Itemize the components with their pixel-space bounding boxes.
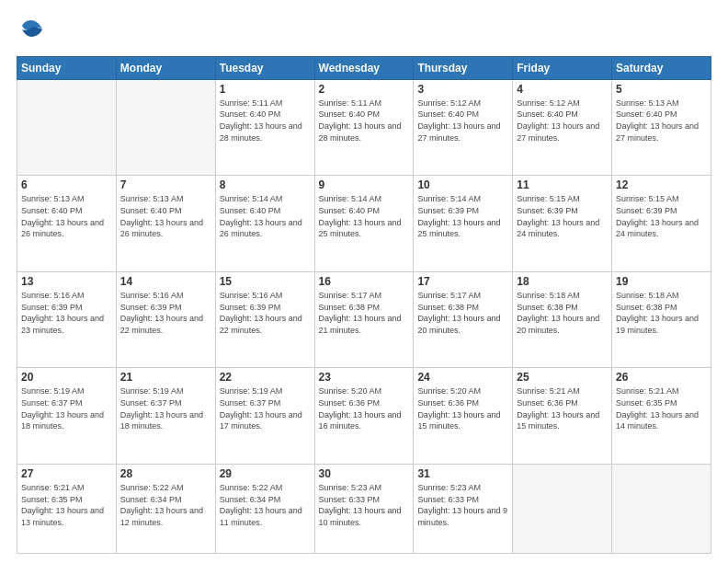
day-info: Sunrise: 5:20 AMSunset: 6:36 PMDaylight:… xyxy=(319,385,410,431)
day-info: Sunrise: 5:11 AMSunset: 6:40 PMDaylight:… xyxy=(220,98,311,144)
day-info: Sunrise: 5:15 AMSunset: 6:39 PMDaylight:… xyxy=(616,193,707,239)
calendar-cell: 2Sunrise: 5:11 AMSunset: 6:40 PMDaylight… xyxy=(314,79,414,176)
day-info: Sunrise: 5:19 AMSunset: 6:37 PMDaylight:… xyxy=(120,385,211,431)
calendar-cell: 23Sunrise: 5:20 AMSunset: 6:36 PMDayligh… xyxy=(314,368,414,465)
weekday-header-wednesday: Wednesday xyxy=(314,56,414,79)
day-number: 4 xyxy=(517,83,608,96)
calendar-cell: 13Sunrise: 5:16 AMSunset: 6:39 PMDayligh… xyxy=(17,271,117,368)
day-info: Sunrise: 5:23 AMSunset: 6:33 PMDaylight:… xyxy=(417,482,508,528)
calendar-cell: 17Sunrise: 5:17 AMSunset: 6:38 PMDayligh… xyxy=(414,271,513,368)
day-number: 20 xyxy=(21,371,112,384)
calendar-cell: 15Sunrise: 5:16 AMSunset: 6:39 PMDayligh… xyxy=(215,271,314,368)
day-number: 30 xyxy=(319,467,410,480)
calendar-cell: 6Sunrise: 5:13 AMSunset: 6:40 PMDaylight… xyxy=(17,176,117,272)
day-info: Sunrise: 5:14 AMSunset: 6:39 PMDaylight:… xyxy=(417,193,508,239)
day-number: 5 xyxy=(616,83,707,96)
calendar-cell: 11Sunrise: 5:15 AMSunset: 6:39 PMDayligh… xyxy=(513,176,612,272)
calendar-cell: 4Sunrise: 5:12 AMSunset: 6:40 PMDaylight… xyxy=(513,79,612,176)
calendar-cell: 3Sunrise: 5:12 AMSunset: 6:40 PMDaylight… xyxy=(414,79,513,176)
calendar-cell: 29Sunrise: 5:22 AMSunset: 6:34 PMDayligh… xyxy=(215,465,314,554)
day-info: Sunrise: 5:16 AMSunset: 6:39 PMDaylight:… xyxy=(21,290,112,336)
day-number: 9 xyxy=(319,178,410,191)
header xyxy=(17,17,711,47)
day-info: Sunrise: 5:12 AMSunset: 6:40 PMDaylight:… xyxy=(417,98,508,144)
day-number: 6 xyxy=(21,178,112,191)
day-number: 24 xyxy=(417,371,508,384)
day-number: 15 xyxy=(220,275,311,288)
day-number: 19 xyxy=(616,275,707,288)
calendar-cell: 9Sunrise: 5:14 AMSunset: 6:40 PMDaylight… xyxy=(314,176,414,272)
calendar-cell: 5Sunrise: 5:13 AMSunset: 6:40 PMDaylight… xyxy=(612,79,711,176)
day-number: 17 xyxy=(417,275,508,288)
calendar-cell: 26Sunrise: 5:21 AMSunset: 6:35 PMDayligh… xyxy=(612,368,711,465)
page: SundayMondayTuesdayWednesdayThursdayFrid… xyxy=(0,0,728,563)
day-number: 21 xyxy=(120,371,211,384)
day-info: Sunrise: 5:16 AMSunset: 6:39 PMDaylight:… xyxy=(220,290,311,336)
logo-text xyxy=(17,17,44,47)
day-number: 13 xyxy=(21,275,112,288)
week-row-1: 1Sunrise: 5:11 AMSunset: 6:40 PMDaylight… xyxy=(17,79,711,176)
weekday-header-row: SundayMondayTuesdayWednesdayThursdayFrid… xyxy=(17,56,711,79)
calendar-cell: 8Sunrise: 5:14 AMSunset: 6:40 PMDaylight… xyxy=(215,176,314,272)
calendar-table: SundayMondayTuesdayWednesdayThursdayFrid… xyxy=(17,56,711,554)
calendar-cell: 12Sunrise: 5:15 AMSunset: 6:39 PMDayligh… xyxy=(612,176,711,272)
day-info: Sunrise: 5:22 AMSunset: 6:34 PMDaylight:… xyxy=(120,482,211,528)
day-info: Sunrise: 5:21 AMSunset: 6:35 PMDaylight:… xyxy=(21,482,112,528)
calendar-cell: 19Sunrise: 5:18 AMSunset: 6:38 PMDayligh… xyxy=(612,271,711,368)
day-number: 23 xyxy=(319,371,410,384)
day-number: 8 xyxy=(220,178,311,191)
day-info: Sunrise: 5:14 AMSunset: 6:40 PMDaylight:… xyxy=(319,193,410,239)
week-row-5: 27Sunrise: 5:21 AMSunset: 6:35 PMDayligh… xyxy=(17,465,711,554)
calendar-cell: 7Sunrise: 5:13 AMSunset: 6:40 PMDaylight… xyxy=(116,176,215,272)
logo-bird-icon xyxy=(18,17,44,42)
day-info: Sunrise: 5:18 AMSunset: 6:38 PMDaylight:… xyxy=(616,290,707,336)
calendar-cell xyxy=(116,79,215,176)
day-number: 1 xyxy=(220,83,311,96)
day-number: 16 xyxy=(319,275,410,288)
day-info: Sunrise: 5:22 AMSunset: 6:34 PMDaylight:… xyxy=(220,482,311,528)
calendar-cell: 28Sunrise: 5:22 AMSunset: 6:34 PMDayligh… xyxy=(116,465,215,554)
calendar-cell: 24Sunrise: 5:20 AMSunset: 6:36 PMDayligh… xyxy=(414,368,513,465)
day-number: 28 xyxy=(120,467,211,480)
calendar-cell: 22Sunrise: 5:19 AMSunset: 6:37 PMDayligh… xyxy=(215,368,314,465)
day-info: Sunrise: 5:11 AMSunset: 6:40 PMDaylight:… xyxy=(319,98,410,144)
weekday-header-monday: Monday xyxy=(116,56,215,79)
calendar-cell: 10Sunrise: 5:14 AMSunset: 6:39 PMDayligh… xyxy=(414,176,513,272)
day-info: Sunrise: 5:19 AMSunset: 6:37 PMDaylight:… xyxy=(220,385,311,431)
calendar-cell: 27Sunrise: 5:21 AMSunset: 6:35 PMDayligh… xyxy=(17,465,117,554)
day-info: Sunrise: 5:14 AMSunset: 6:40 PMDaylight:… xyxy=(220,193,311,239)
calendar-cell xyxy=(513,465,612,554)
day-info: Sunrise: 5:15 AMSunset: 6:39 PMDaylight:… xyxy=(517,193,608,239)
calendar-cell xyxy=(612,465,711,554)
day-number: 10 xyxy=(417,178,508,191)
day-info: Sunrise: 5:12 AMSunset: 6:40 PMDaylight:… xyxy=(517,98,608,144)
calendar-cell: 20Sunrise: 5:19 AMSunset: 6:37 PMDayligh… xyxy=(17,368,117,465)
day-info: Sunrise: 5:21 AMSunset: 6:35 PMDaylight:… xyxy=(616,385,707,431)
calendar-cell: 31Sunrise: 5:23 AMSunset: 6:33 PMDayligh… xyxy=(414,465,513,554)
day-number: 3 xyxy=(417,83,508,96)
calendar-cell: 1Sunrise: 5:11 AMSunset: 6:40 PMDaylight… xyxy=(215,79,314,176)
weekday-header-friday: Friday xyxy=(513,56,612,79)
weekday-header-saturday: Saturday xyxy=(612,56,711,79)
weekday-header-thursday: Thursday xyxy=(414,56,513,79)
day-info: Sunrise: 5:16 AMSunset: 6:39 PMDaylight:… xyxy=(120,290,211,336)
day-number: 14 xyxy=(120,275,211,288)
day-number: 27 xyxy=(21,467,112,480)
day-info: Sunrise: 5:13 AMSunset: 6:40 PMDaylight:… xyxy=(120,193,211,239)
day-number: 7 xyxy=(120,178,211,191)
day-number: 26 xyxy=(616,371,707,384)
day-number: 18 xyxy=(517,275,608,288)
day-info: Sunrise: 5:13 AMSunset: 6:40 PMDaylight:… xyxy=(616,98,707,144)
day-number: 25 xyxy=(517,371,608,384)
day-info: Sunrise: 5:19 AMSunset: 6:37 PMDaylight:… xyxy=(21,385,112,431)
calendar-cell xyxy=(17,79,117,176)
calendar-cell: 18Sunrise: 5:18 AMSunset: 6:38 PMDayligh… xyxy=(513,271,612,368)
day-number: 29 xyxy=(220,467,311,480)
day-info: Sunrise: 5:23 AMSunset: 6:33 PMDaylight:… xyxy=(319,482,410,528)
weekday-header-sunday: Sunday xyxy=(17,56,117,79)
calendar-cell: 21Sunrise: 5:19 AMSunset: 6:37 PMDayligh… xyxy=(116,368,215,465)
week-row-3: 13Sunrise: 5:16 AMSunset: 6:39 PMDayligh… xyxy=(17,271,711,368)
weekday-header-tuesday: Tuesday xyxy=(215,56,314,79)
day-number: 12 xyxy=(616,178,707,191)
calendar-cell: 25Sunrise: 5:21 AMSunset: 6:36 PMDayligh… xyxy=(513,368,612,465)
